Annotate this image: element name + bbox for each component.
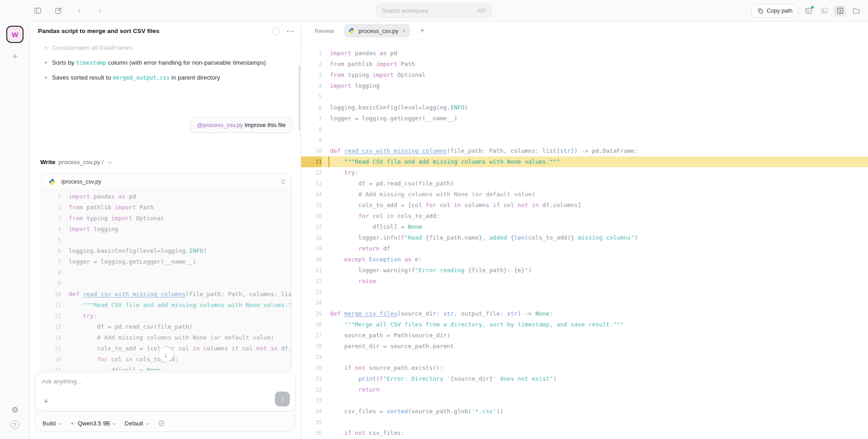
tab-process-csv[interactable]: process_csv.py × — [344, 24, 410, 38]
tab-filename: process_csv.py — [359, 28, 399, 34]
search-input[interactable] — [382, 8, 477, 14]
line-number: 18 — [301, 232, 322, 243]
tab-close-icon[interactable]: × — [402, 28, 406, 34]
new-workspace-button[interactable]: + — [12, 52, 18, 61]
compose-icon[interactable] — [52, 5, 64, 17]
code-line: 5 — [42, 235, 291, 245]
code-line: 4import logging — [42, 224, 291, 235]
python-icon — [349, 28, 355, 34]
search-shortcut: ⌘P — [477, 8, 486, 14]
code-line: 35 — [301, 417, 868, 428]
changes-panel-icon[interactable] — [802, 5, 814, 17]
new-tab-button[interactable]: + — [420, 27, 425, 35]
split-editor-icon[interactable] — [834, 5, 846, 17]
folder-icon[interactable] — [850, 5, 862, 17]
code-line: 19 return df — [301, 243, 868, 254]
line-number: 25 — [301, 308, 322, 319]
workspace-avatar[interactable]: W — [6, 26, 24, 43]
code-line: 17 df[col] = None — [42, 365, 291, 371]
line-number: 3 — [42, 213, 61, 224]
line-number: 24 — [301, 297, 322, 308]
line-number: 27 — [301, 330, 322, 341]
expand-collapse-icon[interactable] — [281, 179, 286, 185]
line-number: 16 — [42, 354, 61, 365]
mode-dropdown[interactable]: Build — [42, 420, 61, 427]
line-number: 9 — [42, 278, 61, 289]
write-step-header[interactable]: Write process_csv.py / — [40, 159, 111, 165]
line-number: 9 — [301, 135, 322, 146]
code-line: 1import pandas as pd — [301, 48, 868, 59]
code-line: 23 — [301, 287, 868, 297]
send-button[interactable]: ↑ — [275, 392, 290, 406]
code-editor[interactable]: 1import pandas as pd2from pathlib import… — [301, 40, 868, 439]
line-number: 11 — [42, 300, 61, 311]
code-line: 32 return — [301, 384, 868, 395]
code-line: 8 — [301, 124, 868, 135]
code-line: 11 """Read CSV file and add missing colu… — [301, 156, 868, 167]
bullet-dot — [45, 47, 47, 49]
help-icon[interactable]: ? — [11, 420, 19, 429]
line-number: 22 — [301, 276, 322, 287]
settings-gear-icon[interactable]: ⚙ — [11, 406, 19, 414]
code-line: 14 # Add missing columns with None (or d… — [301, 189, 868, 200]
composer: + ↑ Build ✦ Qwen3.5 9B Default — [35, 372, 296, 432]
user-message-text: Improve this file — [243, 122, 286, 128]
scroll-down-button[interactable]: ↓ — [158, 347, 174, 362]
code-line: 10def read_csv_with_missing_columns(file… — [42, 289, 291, 300]
line-number: 17 — [301, 222, 322, 232]
code-line: 11 """Read CSV file and add missing colu… — [42, 300, 291, 311]
workspace-search[interactable]: ⌘P — [376, 4, 492, 18]
line-number: 1 — [42, 191, 61, 202]
forward-icon[interactable] — [94, 5, 106, 17]
line-number: 6 — [301, 102, 322, 113]
line-number: 14 — [42, 332, 61, 343]
model-dropdown[interactable]: ✦ Qwen3.5 9B — [70, 420, 116, 427]
code-line: 12 try: — [301, 167, 868, 178]
top-bar: ⌘P Copy path — [0, 0, 868, 21]
attach-button[interactable]: + — [42, 396, 50, 406]
code-line: 30 if not source_path.exists(): — [301, 363, 868, 373]
code-line: 5 — [301, 91, 868, 102]
line-number: 7 — [42, 256, 61, 267]
code-line: 16 for col in cols_to_add: — [301, 211, 868, 222]
line-number: 8 — [301, 124, 322, 135]
permissions-shield-icon[interactable] — [158, 420, 165, 427]
line-number: 11 — [301, 156, 322, 167]
task-status-icon[interactable] — [272, 28, 280, 35]
line-number: 15 — [301, 200, 322, 211]
ask-input-card[interactable]: + ↑ — [35, 372, 296, 411]
code-line: 3from typing import Optional — [42, 213, 291, 224]
line-number: 10 — [301, 146, 322, 156]
ask-input[interactable] — [42, 378, 290, 392]
line-number: 3 — [301, 70, 322, 80]
editor-panel: Review process_csv.py × + 1import pandas… — [301, 22, 868, 439]
editor-tab-bar: Review process_csv.py × + — [301, 22, 868, 40]
line-number: 35 — [301, 417, 322, 428]
more-options-icon[interactable] — [287, 28, 293, 35]
line-number: 17 — [42, 365, 61, 371]
line-number: 29 — [301, 352, 322, 363]
code-line: 9 — [301, 135, 868, 146]
line-number: 23 — [301, 287, 322, 297]
line-number: 2 — [301, 59, 322, 70]
line-number: 34 — [301, 406, 322, 417]
chat-panel: Pandas script to merge and sort CSV file… — [30, 22, 301, 439]
code-line: 15 cols_to_add = [col for col in columns… — [301, 200, 868, 211]
code-line: 3from typing import Optional — [301, 70, 868, 80]
code-line: 2from pathlib import Path — [42, 202, 291, 213]
code-line: 14 # Add missing columns with None (or d… — [42, 332, 291, 343]
copy-path-label: Copy path — [767, 8, 793, 14]
sidebar-toggle-icon[interactable] — [32, 5, 43, 17]
profile-dropdown[interactable]: Default — [125, 420, 149, 427]
line-number: 28 — [301, 341, 322, 352]
line-number: 13 — [301, 178, 322, 189]
line-number: 30 — [301, 363, 322, 373]
terminal-icon[interactable] — [818, 5, 830, 17]
back-icon[interactable] — [73, 5, 85, 17]
line-number: 32 — [301, 384, 322, 395]
chat-scrollbar[interactable] — [299, 65, 300, 131]
chevron-down-icon — [58, 421, 61, 425]
copy-path-button[interactable]: Copy path — [751, 4, 798, 18]
line-number: 33 — [301, 395, 322, 406]
tab-review[interactable]: Review — [315, 28, 334, 34]
